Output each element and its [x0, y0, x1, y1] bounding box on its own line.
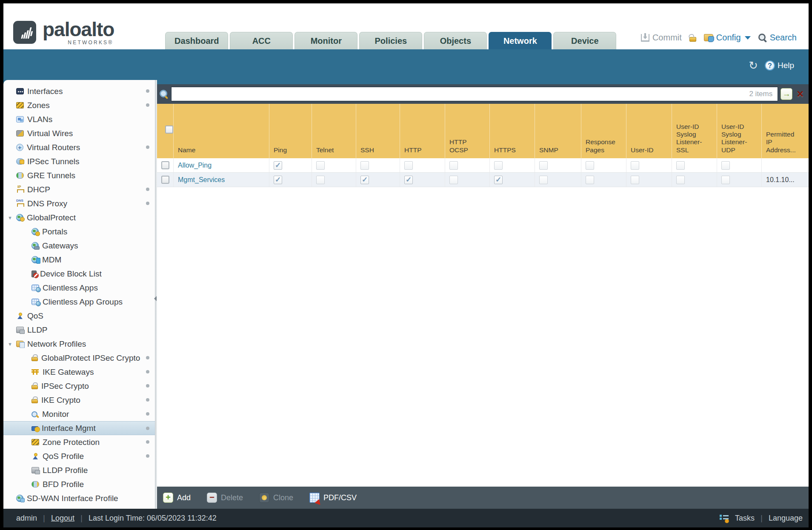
sidebar-item-ipsec-crypto[interactable]: IPSec Crypto: [3, 379, 155, 393]
torii-icon: [31, 369, 39, 375]
sidebar-item-zones[interactable]: Zones: [3, 98, 155, 112]
sidebar-item-gp-ipsec-crypto[interactable]: GlobalProtect IPSec Crypto: [3, 351, 155, 365]
sidebar-item-interfaces[interactable]: Interfaces: [3, 84, 155, 98]
column-header-telnet[interactable]: Telnet: [312, 104, 356, 158]
sidebar-item-gre-tunnels[interactable]: GRE Tunnels: [3, 168, 155, 182]
tab-policies[interactable]: Policies: [359, 32, 422, 49]
logout-link[interactable]: Logout: [51, 514, 74, 523]
sidebar-item-lldp[interactable]: LLDP: [3, 323, 155, 337]
sidebar-item-ipsec-tunnels[interactable]: IPSec Tunnels: [3, 154, 155, 168]
tab-device[interactable]: Device: [553, 32, 616, 49]
pdf-csv-button[interactable]: PDF/CSV: [309, 493, 357, 503]
sidebar-item-zone-protection[interactable]: Zone Protection: [3, 435, 155, 449]
bottom-toolbar: + Add − Delete Clone PDF/CSV: [157, 487, 809, 509]
column-header-permitted-ip[interactable]: Permitted IP Address...: [761, 104, 809, 158]
dhcp-icon: [16, 186, 24, 193]
expand-triangle-icon[interactable]: ▼: [7, 215, 16, 220]
ping-check: [274, 176, 282, 184]
sidebar-item-dns-proxy[interactable]: DNS Proxy: [3, 197, 155, 211]
virtual-wires-icon: [16, 130, 24, 137]
config-folder-icon: [704, 34, 713, 41]
sidebar-item-vlans[interactable]: VLANs: [3, 112, 155, 126]
qos-person-icon: [31, 453, 39, 459]
commit-button[interactable]: Commit: [641, 33, 682, 43]
column-header-uid-syslog-udp[interactable]: User-ID Syslog Listener-UDP: [717, 104, 761, 158]
tab-acc[interactable]: ACC: [230, 32, 293, 49]
add-button[interactable]: + Add: [163, 493, 191, 503]
delete-minus-icon: −: [207, 493, 217, 503]
help-button[interactable]: ? Help: [765, 60, 794, 71]
tasks-button[interactable]: Tasks: [735, 514, 755, 523]
column-header-ping[interactable]: Ping: [269, 104, 312, 158]
caret-down-icon: [745, 36, 751, 40]
column-header-http-ocsp[interactable]: HTTP OCSP: [445, 104, 489, 158]
sidebar-item-gateways[interactable]: Gateways: [3, 239, 155, 253]
column-header-http[interactable]: HTTP: [400, 104, 445, 158]
sidebar-item-ike-gateways[interactable]: IKE Gateways: [3, 365, 155, 379]
sidebar-item-sdwan-interface-profile[interactable]: SD-WAN Interface Profile: [3, 491, 155, 505]
profile-link[interactable]: Allow_Ping: [178, 162, 212, 169]
refresh-icon[interactable]: ↻: [749, 61, 758, 70]
scroll-dot: [146, 89, 149, 93]
scroll-dot: [146, 398, 149, 402]
column-header-uid-syslog-ssl[interactable]: User-ID Syslog Listener-SSL: [672, 104, 717, 158]
http-check: [404, 161, 413, 170]
profile-link[interactable]: Mgmt_Services: [178, 176, 225, 184]
sidebar-item-clientless-apps[interactable]: Clientless Apps: [3, 281, 155, 295]
column-header-name[interactable]: Name: [173, 104, 269, 158]
tab-network[interactable]: Network: [489, 32, 552, 49]
sidebar-collapse-handle[interactable]: [155, 80, 157, 509]
clone-button[interactable]: Clone: [259, 493, 293, 503]
tab-objects[interactable]: Objects: [424, 32, 487, 49]
clear-x-icon[interactable]: ×: [795, 89, 805, 99]
column-header-ssh[interactable]: SSH: [356, 104, 400, 158]
sidebar-item-network-profiles[interactable]: ▼Network Profiles: [3, 337, 155, 351]
sidebar-item-clientless-app-groups[interactable]: Clientless App Groups: [3, 295, 155, 309]
ssh-check: [360, 161, 369, 170]
column-header-snmp[interactable]: SNMP: [535, 104, 581, 158]
open-lock-icon[interactable]: [689, 37, 696, 42]
sidebar-item-portals[interactable]: Portals: [3, 225, 155, 239]
sidebar-item-device-block-list[interactable]: Device Block List: [3, 267, 155, 281]
sidebar-item-bfd-profile[interactable]: BFD Profile: [3, 477, 155, 491]
sidebar-item-interface-mgmt[interactable]: Interface Mgmt: [3, 421, 155, 435]
logged-in-user: admin: [16, 514, 37, 523]
telnet-check: [316, 176, 325, 184]
column-header-https[interactable]: HTTPS: [489, 104, 535, 158]
sidebar-item-lldp-profile[interactable]: LLDP Profile: [3, 463, 155, 477]
config-menu-button[interactable]: Config: [704, 33, 751, 43]
snmp-check: [539, 176, 548, 184]
paloalto-logo: paloalto NETWORKS®: [13, 20, 114, 45]
language-button[interactable]: Language: [769, 514, 803, 523]
sidebar-item-dhcp[interactable]: DHCP: [3, 182, 155, 197]
column-header-response-pages[interactable]: Response Pages: [581, 104, 626, 158]
sidebar-item-ike-crypto[interactable]: IKE Crypto: [3, 393, 155, 407]
tab-dashboard[interactable]: Dashboard: [165, 32, 228, 49]
tab-monitor[interactable]: Monitor: [294, 32, 357, 49]
http-ocsp-check: [449, 176, 458, 184]
row-checkbox[interactable]: [161, 176, 169, 184]
sidebar-item-globalprotect[interactable]: ▼GlobalProtect: [3, 211, 155, 225]
magnifier-icon[interactable]: [160, 90, 169, 99]
sidebar-item-virtual-routers[interactable]: Virtual Routers: [3, 140, 155, 154]
globe-gear-icon: [31, 228, 39, 235]
sidebar-item-qos-profile[interactable]: QoS Profile: [3, 449, 155, 463]
search-button[interactable]: Search: [758, 33, 797, 43]
sidebar-item-virtual-wires[interactable]: Virtual Wires: [3, 126, 155, 140]
apply-arrow-icon[interactable]: →: [781, 88, 792, 100]
table-row: Allow_Ping: [157, 158, 809, 173]
table-globe-icon: [31, 285, 39, 291]
uid-syslog-ssl-check: [676, 161, 685, 170]
sidebar-item-mdm[interactable]: MDM: [3, 253, 155, 267]
ping-check: [274, 161, 282, 170]
select-all-checkbox[interactable]: [165, 125, 173, 134]
expand-triangle-icon[interactable]: ▼: [7, 342, 16, 347]
delete-button[interactable]: − Delete: [207, 493, 243, 503]
filter-input[interactable]: [172, 87, 749, 101]
sidebar-item-monitor-profile[interactable]: Monitor: [3, 407, 155, 421]
column-header-user-id[interactable]: User-ID: [626, 104, 672, 158]
row-checkbox[interactable]: [161, 161, 169, 169]
uid-syslog-ssl-check: [676, 176, 685, 184]
content-row: Interfaces Zones VLANs Virtual Wires Vir…: [3, 80, 809, 509]
sidebar-item-qos[interactable]: QoS: [3, 309, 155, 323]
